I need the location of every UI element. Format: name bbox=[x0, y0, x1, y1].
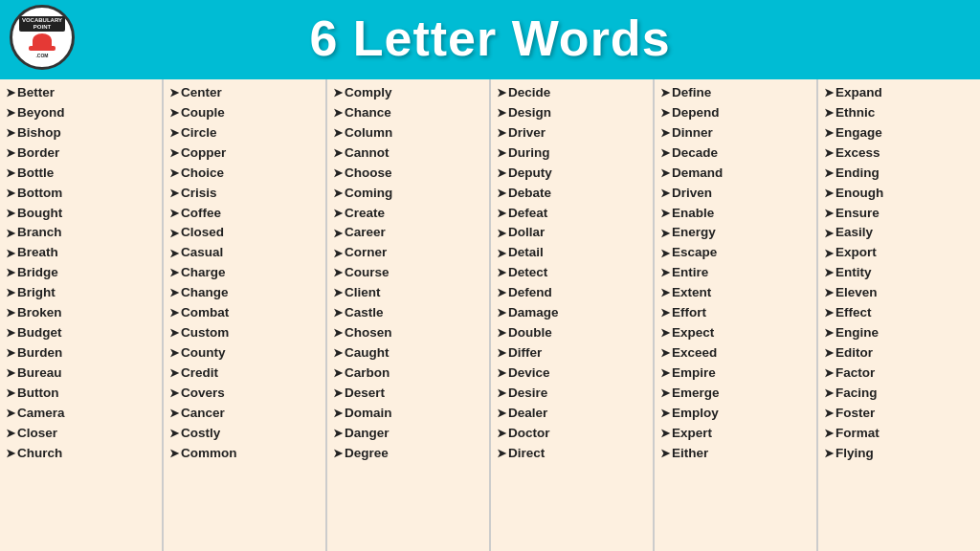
word-item: ➤Circle bbox=[169, 123, 320, 143]
word-text: Editor bbox=[835, 343, 873, 364]
word-item: ➤Closed bbox=[169, 223, 320, 243]
word-item: ➤Employ bbox=[660, 404, 811, 424]
arrow-icon: ➤ bbox=[497, 324, 506, 342]
word-text: Effect bbox=[835, 303, 872, 323]
word-text: Extent bbox=[672, 283, 711, 303]
word-text: Employ bbox=[672, 404, 719, 424]
word-item: ➤Branch bbox=[6, 223, 156, 243]
word-item: ➤Course bbox=[333, 263, 483, 283]
word-text: Excess bbox=[835, 143, 880, 164]
word-item: ➤Decade bbox=[660, 143, 811, 164]
arrow-icon: ➤ bbox=[333, 144, 343, 163]
arrow-icon: ➤ bbox=[6, 225, 15, 243]
arrow-icon: ➤ bbox=[660, 165, 670, 183]
word-item: ➤Casual bbox=[169, 243, 320, 263]
arrow-icon: ➤ bbox=[824, 445, 834, 463]
arrow-icon: ➤ bbox=[333, 425, 343, 443]
arrow-icon: ➤ bbox=[824, 284, 834, 302]
word-text: Center bbox=[181, 83, 222, 103]
word-text: Combat bbox=[181, 303, 229, 323]
word-item: ➤Excess bbox=[824, 143, 974, 164]
word-item: ➤Editor bbox=[824, 343, 974, 364]
word-item: ➤Detect bbox=[497, 263, 647, 283]
word-item: ➤Either bbox=[660, 444, 811, 464]
word-item: ➤Bottle bbox=[6, 164, 156, 184]
arrow-icon: ➤ bbox=[169, 144, 179, 163]
word-item: ➤Change bbox=[169, 283, 320, 303]
word-text: Copper bbox=[181, 143, 226, 164]
word-text: Closed bbox=[181, 223, 224, 243]
arrow-icon: ➤ bbox=[497, 185, 506, 203]
arrow-icon: ➤ bbox=[169, 104, 179, 122]
word-columns: ➤Better➤Beyond➤Bishop➤Border➤Bottle➤Bott… bbox=[0, 77, 980, 551]
arrow-icon: ➤ bbox=[497, 124, 506, 143]
word-text: Course bbox=[345, 263, 390, 283]
word-item: ➤Engage bbox=[824, 123, 974, 143]
word-item: ➤Detail bbox=[497, 243, 647, 263]
word-text: Dollar bbox=[508, 223, 545, 243]
word-item: ➤Driver bbox=[497, 123, 647, 143]
word-item: ➤Decide bbox=[497, 83, 647, 103]
arrow-icon: ➤ bbox=[824, 124, 834, 143]
word-text: Comply bbox=[345, 83, 392, 103]
arrow-icon: ➤ bbox=[6, 364, 15, 383]
arrow-icon: ➤ bbox=[169, 425, 179, 443]
word-text: Direct bbox=[508, 444, 545, 464]
arrow-icon: ➤ bbox=[824, 324, 834, 342]
arrow-icon: ➤ bbox=[333, 245, 343, 263]
arrow-icon: ➤ bbox=[824, 385, 834, 403]
word-item: ➤Dollar bbox=[497, 223, 647, 243]
word-item: ➤Debate bbox=[497, 184, 647, 204]
word-item: ➤Direct bbox=[497, 444, 647, 464]
word-item: ➤Defeat bbox=[497, 204, 647, 224]
word-column-4: ➤Decide➤Design➤Driver➤During➤Deputy➤Deba… bbox=[491, 79, 655, 551]
arrow-icon: ➤ bbox=[333, 264, 343, 282]
word-item: ➤Engine bbox=[824, 323, 974, 343]
word-text: Debate bbox=[508, 184, 551, 204]
arrow-icon: ➤ bbox=[6, 405, 15, 423]
word-text: Ending bbox=[835, 164, 880, 184]
word-item: ➤Desire bbox=[497, 384, 647, 404]
word-text: Decide bbox=[508, 83, 550, 103]
word-text: Double bbox=[508, 323, 552, 343]
word-item: ➤Dinner bbox=[660, 123, 811, 143]
page-header: VOCABULARYPOINT .COM 6 Letter Words bbox=[0, 0, 980, 77]
word-text: Circle bbox=[181, 123, 217, 143]
word-item: ➤Energy bbox=[660, 223, 811, 243]
word-text: Bottle bbox=[17, 164, 54, 184]
word-item: ➤Covers bbox=[169, 384, 320, 404]
word-item: ➤Ethnic bbox=[824, 103, 974, 123]
word-text: Danger bbox=[345, 424, 390, 444]
word-item: ➤Career bbox=[333, 223, 483, 243]
arrow-icon: ➤ bbox=[169, 364, 179, 383]
word-text: Effort bbox=[672, 303, 706, 323]
arrow-icon: ➤ bbox=[497, 304, 506, 322]
arrow-icon: ➤ bbox=[333, 364, 343, 383]
word-text: Desire bbox=[508, 384, 547, 404]
word-text: Choice bbox=[181, 164, 224, 184]
word-text: Doctor bbox=[508, 424, 550, 444]
word-item: ➤Bishop bbox=[6, 123, 156, 143]
arrow-icon: ➤ bbox=[6, 245, 15, 263]
word-item: ➤Create bbox=[333, 204, 483, 224]
word-text: Castle bbox=[345, 303, 384, 323]
word-text: Beyond bbox=[17, 103, 65, 123]
word-item: ➤Credit bbox=[169, 364, 320, 384]
word-item: ➤Church bbox=[6, 444, 156, 464]
word-text: Branch bbox=[17, 223, 62, 243]
word-text: Exceed bbox=[672, 343, 717, 364]
word-item: ➤Export bbox=[824, 243, 974, 263]
arrow-icon: ➤ bbox=[169, 245, 179, 263]
word-item: ➤Facing bbox=[824, 384, 974, 404]
word-text: Camera bbox=[17, 404, 65, 424]
arrow-icon: ➤ bbox=[497, 205, 506, 223]
word-item: ➤Eleven bbox=[824, 283, 974, 303]
word-item: ➤Escape bbox=[660, 243, 811, 263]
arrow-icon: ➤ bbox=[333, 385, 343, 403]
arrow-icon: ➤ bbox=[824, 144, 834, 163]
arrow-icon: ➤ bbox=[333, 84, 343, 102]
word-item: ➤Damage bbox=[497, 303, 647, 323]
arrow-icon: ➤ bbox=[333, 304, 343, 322]
word-text: Carbon bbox=[345, 364, 390, 384]
word-item: ➤Client bbox=[333, 283, 483, 303]
